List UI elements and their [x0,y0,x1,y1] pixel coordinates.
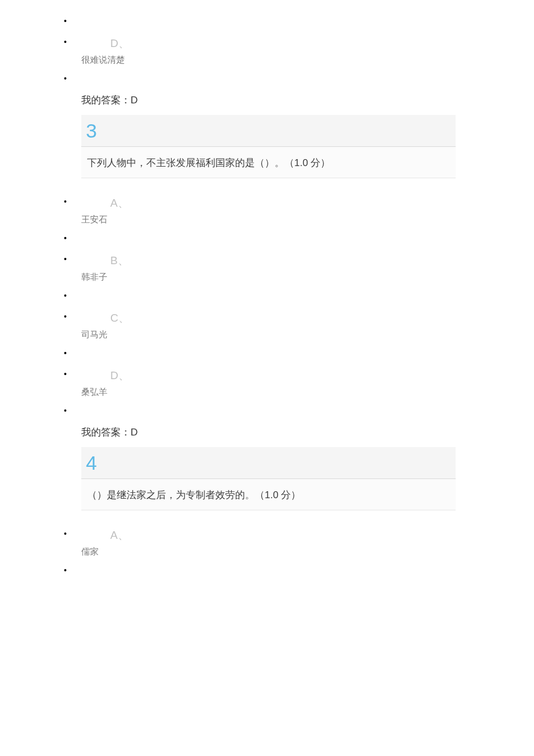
q4-option-a[interactable]: A、 儒家 [55,524,534,561]
q4-options: A、 儒家 [0,524,534,582]
option-letter-d: D、 [81,368,534,383]
q3-spacer-c [55,344,534,365]
q3-option-c[interactable]: C、 司马光 [55,307,534,344]
q2-option-d[interactable]: D、 很难说清楚 [55,33,534,69]
q3-spacer-a [55,229,534,250]
option-text-d: 很难说清楚 [81,55,125,64]
option-letter-a: A、 [81,196,534,211]
q2-option-d-wrapper: D、 很难说清楚 [0,12,534,90]
q3-spacer-d [55,401,534,422]
q3-option-a[interactable]: A、 王安石 [55,192,534,229]
q4-spacer-a [55,561,534,582]
option-letter-c: C、 [81,311,534,326]
q3-option-d[interactable]: D、 桑弘羊 [55,365,534,401]
q3-option-b[interactable]: B、 韩非子 [55,250,534,286]
option-text-b: 韩非子 [81,272,107,282]
q3-options: A、 王安石 B、 韩非子 C、 司马光 D、 桑弘羊 [0,192,534,422]
question-4: 4 （）是继法家之后，为专制者效劳的。（1.0 分） [81,447,456,510]
option-letter-b: B、 [81,253,534,268]
q2-answer: 我的答案：D [0,90,534,113]
q3-number: 3 [81,115,456,147]
option-letter-d: D、 [81,36,534,51]
q4-text: （）是继法家之后，为专制者效劳的。（1.0 分） [81,479,456,510]
option-text-c: 司马光 [81,329,107,339]
option-text-a: 王安石 [81,214,107,224]
q3-text: 下列人物中，不主张发展福利国家的是（）。（1.0 分） [81,147,456,178]
question-3: 3 下列人物中，不主张发展福利国家的是（）。（1.0 分） [81,115,456,178]
option-text-a: 儒家 [81,546,99,556]
option-letter-a: A、 [81,528,534,543]
option-text-d: 桑弘羊 [81,387,107,397]
q2-spacer-1 [55,12,534,33]
q3-spacer-b [55,286,534,307]
q3-answer: 我的答案：D [0,422,534,445]
q4-number: 4 [81,447,456,479]
q2-spacer-2 [55,69,534,90]
